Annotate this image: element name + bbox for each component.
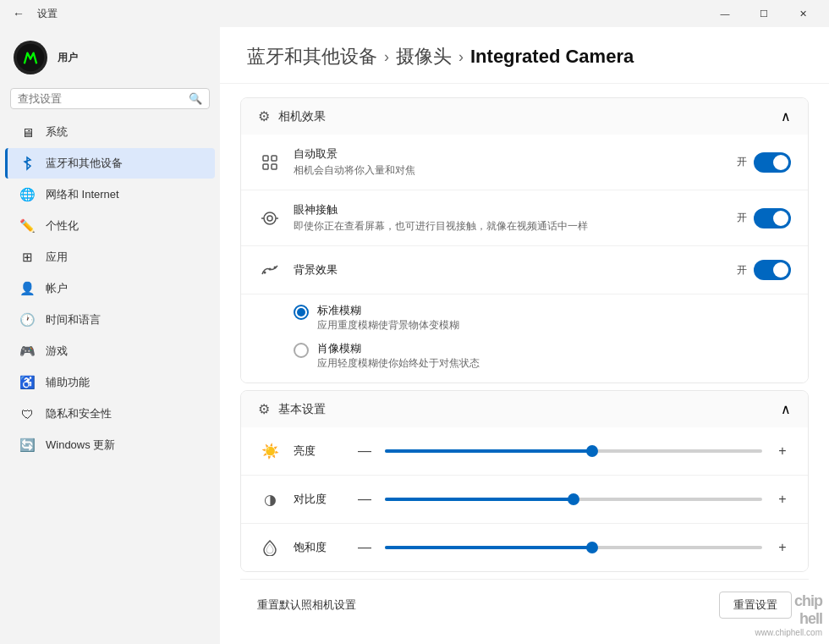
bg-effects-row: 背景效果 开 — [241, 246, 808, 294]
sidebar-item-accounts[interactable]: 👤帐户 — [5, 273, 215, 304]
eye-contact-row: 眼神接触 即使你正在查看屏幕，也可进行目视接触，就像在视频通话中一样 开 — [241, 190, 808, 246]
brightness-track[interactable] — [385, 449, 762, 453]
sidebar-item-network[interactable]: 🌐网络和 Internet — [5, 179, 215, 210]
time-nav-label: 时间和语言 — [46, 312, 101, 328]
personalization-nav-icon: ✏️ — [19, 217, 36, 234]
privacy-nav-icon: 🛡 — [19, 405, 36, 422]
sidebar-item-apps[interactable]: ⊞应用 — [5, 242, 215, 272]
bg-effects-title: 背景效果 — [294, 262, 725, 278]
standard-blur-option[interactable]: 标准模糊 应用重度模糊使背景物体变模糊 — [294, 303, 791, 333]
brightness-label: 亮度 — [294, 443, 344, 459]
basic-settings-chevron: ∧ — [781, 401, 791, 417]
portrait-blur-radio[interactable] — [294, 343, 309, 358]
saturation-label: 饱和度 — [294, 540, 344, 555]
contrast-thumb[interactable] — [568, 493, 579, 505]
brightness-fill — [385, 449, 592, 453]
brightness-thumb[interactable] — [586, 445, 598, 457]
content-area: 蓝牙和其他设备 › 摄像头 › Integrated Camera ⚙ 相机效果… — [220, 27, 829, 644]
bg-effects-control: 开 — [737, 260, 791, 280]
camera-effects-header[interactable]: ⚙ 相机效果 ∧ — [241, 98, 808, 135]
saturation-plus[interactable]: + — [774, 540, 791, 555]
camera-effects-section: ⚙ 相机效果 ∧ 自动取景 相机会自动将你入量和对焦 — [240, 97, 809, 383]
accessibility-nav-label: 辅助功能 — [46, 375, 90, 390]
svg-rect-4 — [272, 164, 277, 169]
auto-framing-toggle-label: 开 — [737, 155, 747, 169]
system-nav-icon: 🖥 — [19, 124, 36, 140]
contrast-label: 对比度 — [294, 492, 344, 507]
standard-blur-radio[interactable] — [294, 305, 309, 320]
bg-effects-icon — [258, 258, 282, 282]
contrast-plus[interactable]: + — [774, 492, 791, 507]
apps-nav-icon: ⊞ — [19, 249, 36, 266]
sidebar-item-bluetooth[interactable]: 蓝牙和其他设备 — [5, 148, 215, 179]
breadcrumb-1[interactable]: 蓝牙和其他设备 — [247, 44, 377, 69]
sidebar-item-privacy[interactable]: 🛡隐私和安全性 — [5, 399, 215, 429]
contrast-minus[interactable]: — — [356, 492, 373, 507]
auto-framing-toggle[interactable] — [754, 152, 791, 173]
window-title: 设置 — [37, 7, 58, 21]
portrait-blur-text: 肖像模糊 应用轻度模糊使你始终处于对焦状态 — [317, 341, 480, 371]
breadcrumb: 蓝牙和其他设备 › 摄像头 › Integrated Camera — [247, 44, 802, 69]
auto-framing-icon — [258, 151, 282, 174]
privacy-nav-label: 隐私和安全性 — [46, 406, 112, 421]
svg-point-10 — [269, 268, 272, 271]
apps-nav-label: 应用 — [46, 250, 68, 265]
brightness-row: ☀️ 亮度 — + — [241, 427, 808, 476]
svg-point-5 — [264, 212, 276, 224]
camera-effects-body: 自动取景 相机会自动将你入量和对焦 开 — [241, 135, 808, 383]
eye-contact-title: 眼神接触 — [294, 202, 725, 217]
sidebar-item-windows-update[interactable]: 🔄Windows 更新 — [5, 430, 215, 460]
content-header: 蓝牙和其他设备 › 摄像头 › Integrated Camera — [220, 27, 829, 84]
reset-button[interactable]: 重置设置 — [719, 592, 792, 619]
saturation-track[interactable] — [385, 546, 762, 549]
contrast-row: ◑ 对比度 — + — [241, 476, 808, 524]
nav-list: 🖥系统蓝牙和其他设备🌐网络和 Internet✏️个性化⊞应用👤帐户🕐时间和语言… — [0, 116, 220, 461]
svg-rect-1 — [263, 156, 268, 161]
saturation-icon — [258, 536, 282, 559]
back-button[interactable]: ← — [7, 2, 30, 25]
eye-contact-desc: 即使你正在查看屏幕，也可进行目视接触，就像在视频通话中一样 — [294, 219, 725, 234]
portrait-blur-option[interactable]: 肖像模糊 应用轻度模糊使你始终处于对焦状态 — [294, 341, 791, 371]
user-name: 用户 — [58, 51, 78, 65]
separator-1: › — [384, 48, 389, 66]
basic-settings-header[interactable]: ⚙ 基本设置 ∧ — [241, 391, 808, 427]
bluetooth-nav-label: 蓝牙和其他设备 — [46, 156, 123, 171]
minimize-button[interactable]: — — [705, 0, 744, 27]
reset-row: 重置默认照相机设置 重置设置 — [240, 579, 809, 630]
close-button[interactable]: ✕ — [783, 0, 822, 27]
sidebar-item-personalization[interactable]: ✏️个性化 — [5, 211, 215, 241]
auto-framing-row: 自动取景 相机会自动将你入量和对焦 开 — [241, 135, 808, 190]
sidebar-item-accessibility[interactable]: ♿辅助功能 — [5, 367, 215, 398]
sidebar-item-gaming[interactable]: 🎮游戏 — [5, 336, 215, 366]
eye-contact-toggle-label: 开 — [737, 211, 747, 225]
basic-settings-icon: ⚙ — [258, 401, 270, 417]
accounts-nav-icon: 👤 — [19, 280, 36, 297]
basic-settings-body: ☀️ 亮度 — + ◑ 对比度 — — [241, 427, 808, 571]
user-info: 用户 — [58, 51, 78, 65]
separator-2: › — [458, 48, 464, 66]
search-input[interactable] — [18, 92, 184, 105]
avatar[interactable] — [14, 41, 47, 74]
search-icon: 🔍 — [189, 92, 202, 105]
sidebar-item-system[interactable]: 🖥系统 — [5, 117, 215, 147]
bg-effects-toggle[interactable] — [754, 260, 791, 280]
related-settings: 相关设置 📷 摄像头隐私设置 — [240, 637, 809, 644]
search-box[interactable]: 🔍 — [10, 88, 210, 109]
windows-update-nav-icon: 🔄 — [19, 437, 36, 454]
sidebar-item-time[interactable]: 🕐时间和语言 — [5, 305, 215, 335]
camera-effects-title: 相机效果 — [278, 109, 326, 124]
saturation-thumb[interactable] — [586, 542, 598, 553]
maximize-button[interactable]: ☐ — [744, 0, 783, 27]
auto-framing-text: 自动取景 相机会自动将你入量和对焦 — [294, 146, 725, 178]
brightness-minus[interactable]: — — [356, 443, 373, 459]
standard-blur-title: 标准模糊 — [317, 303, 459, 318]
network-nav-icon: 🌐 — [19, 186, 36, 203]
contrast-fill — [385, 498, 574, 501]
bg-radio-group: 标准模糊 应用重度模糊使背景物体变模糊 肖像模糊 应用轻度模糊使你始终处于对焦状… — [241, 294, 808, 383]
eye-contact-toggle[interactable] — [754, 208, 791, 228]
brightness-plus[interactable]: + — [774, 443, 791, 459]
breadcrumb-2[interactable]: 摄像头 — [396, 44, 452, 69]
saturation-minus[interactable]: — — [356, 540, 373, 555]
window-controls: — ☐ ✕ — [705, 0, 822, 27]
contrast-track[interactable] — [385, 498, 762, 501]
